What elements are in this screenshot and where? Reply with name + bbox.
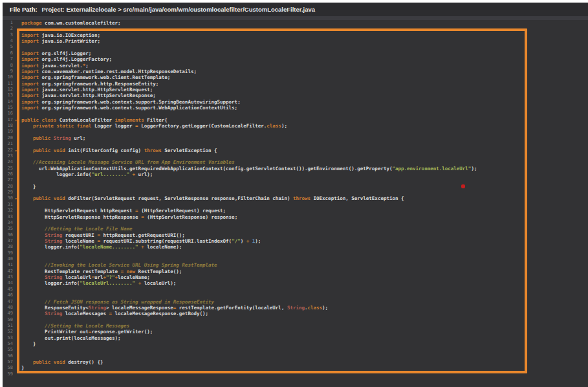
code-line[interactable]: 5 [3, 44, 588, 50]
code-text: url=WebApplicationContextUtils.getRequir… [19, 166, 477, 171]
fold-arrow-icon[interactable]: ▾ [13, 117, 19, 123]
line-number: 59 [3, 371, 13, 377]
code-line[interactable]: 57 public void destroy() {} [3, 359, 588, 365]
code-text: package com.wm.customlocalefilter; [19, 20, 121, 26]
code-text: logger.info("localeName........" + local… [19, 244, 182, 250]
line-number: 41 [3, 262, 13, 268]
code-text: HttpServletResponse httpResponse = (Http… [19, 214, 237, 220]
code-line[interactable]: 38 logger.info("localeName........" + lo… [3, 244, 588, 250]
code-text: import java.io.IOException; [19, 32, 100, 38]
code-line[interactable]: 43 String localeUrl=url+"?"+localeName; [3, 274, 588, 280]
code-line[interactable]: 11import org.springframework.http.Respon… [3, 81, 588, 87]
file-path-label: File Path: [10, 6, 38, 13]
code-line[interactable]: 39 [3, 250, 588, 256]
code-line[interactable]: 8import javax.servlet.*; [3, 63, 588, 69]
code-line[interactable]: 25 url=WebApplicationContextUtils.getReq… [3, 166, 588, 171]
fold-arrow-icon[interactable]: ▾ [13, 195, 19, 201]
code-line[interactable]: 23 [3, 153, 588, 159]
code-line[interactable]: 48 ResponseEntity<String> localeMessageR… [3, 305, 588, 311]
code-line[interactable]: 13import javax.servlet.http.HttpServletR… [3, 93, 588, 98]
code-line[interactable]: 29 [3, 190, 588, 195]
line-number: 24 [3, 159, 13, 165]
code-line[interactable]: 26 logger.info("url........" + url); [3, 171, 588, 177]
line-number: 25 [3, 166, 13, 171]
line-number: 50 [3, 317, 13, 323]
code-line[interactable]: 35 //Getting the Locale File Name [3, 226, 588, 232]
code-line[interactable]: 10import org.springframework.web.client.… [3, 74, 588, 80]
code-text: ResponseEntity<String> localeMessageResp… [19, 305, 328, 311]
code-line[interactable]: 50 [3, 317, 588, 323]
code-line[interactable]: 36 String requestURI = httpRequest.getRe… [3, 232, 588, 238]
line-number: 20 [3, 135, 13, 141]
code-line[interactable]: 15import org.springframework.web.context… [3, 105, 588, 111]
line-number: 35 [3, 226, 13, 232]
code-text: import java.io.PrintWriter; [19, 38, 100, 44]
code-editor[interactable]: 1package com.wm.customlocalefilter;23imp… [3, 20, 588, 387]
code-line[interactable]: 32 HttpServletRequest httpRequest = (Htt… [3, 208, 588, 214]
code-line[interactable]: 47 // Fetch JSON response as String wrap… [3, 299, 588, 305]
line-number: 38 [3, 244, 13, 250]
line-number: 26 [3, 171, 13, 177]
code-line[interactable]: 37 String localeName = requestURI.substr… [3, 238, 588, 244]
code-line[interactable]: 22▾ public void init(FilterConfig config… [3, 148, 588, 153]
code-line[interactable]: 51 //Setting the Locale Messages [3, 323, 588, 329]
code-line[interactable]: 30▾ public void doFilter(ServletRequest … [3, 195, 588, 201]
code-line[interactable]: 3import java.io.IOException; [3, 32, 588, 38]
line-number: 18 [3, 123, 13, 129]
line-number: 47 [3, 299, 13, 305]
code-line[interactable]: 4import java.io.PrintWriter; [3, 38, 588, 44]
code-line[interactable]: 27 [3, 177, 588, 183]
code-line[interactable]: 2 [3, 26, 588, 32]
code-line[interactable]: 21 [3, 141, 588, 147]
line-number: 42 [3, 269, 13, 274]
code-line[interactable]: 24 //Accessing Locale Message Service UR… [3, 159, 588, 165]
code-line[interactable]: 42 RestTemplate restTemplate = new RestT… [3, 269, 588, 274]
code-line[interactable]: 20 public String url; [3, 135, 588, 141]
line-number: 22 [3, 148, 13, 153]
line-number: 17 [3, 117, 13, 123]
code-line[interactable]: 18 private static final Logger logger = … [3, 123, 588, 129]
breadcrumb: Project: Externalizelocale > src/main/ja… [40, 6, 315, 13]
code-line[interactable]: 44 logger.info("localeUrl........" + loc… [3, 280, 588, 286]
code-text: import javax.servlet.http.HttpServletRes… [19, 93, 156, 98]
code-line[interactable]: 41 //Invoking the Locale Service URL Usi… [3, 262, 588, 268]
code-text: public void destroy() {} [19, 359, 103, 365]
line-number: 39 [3, 250, 13, 256]
code-line[interactable]: 7import org.slf4j.LoggerFactory; [3, 56, 588, 62]
code-line[interactable]: 58} [3, 365, 588, 371]
code-line[interactable]: 40 [3, 256, 588, 262]
code-line[interactable]: 59 [3, 371, 588, 377]
code-line[interactable]: 34 [3, 220, 588, 226]
line-number: 40 [3, 256, 13, 262]
code-line[interactable]: 46 [3, 293, 588, 298]
line-number: 12 [3, 87, 13, 93]
code-line[interactable]: 6import org.slf4j.Logger; [3, 50, 588, 56]
code-line[interactable]: 12import javax.servlet.http.HttpServletR… [3, 87, 588, 93]
line-number: 30 [3, 195, 13, 201]
code-text: String localeName = requestURI.substring… [19, 238, 261, 244]
app-frame: File Path: Project: Externalizelocale > … [3, 3, 588, 387]
code-line[interactable]: 53 out.print(localeMessages); [3, 335, 588, 341]
line-number: 44 [3, 280, 13, 286]
line-number: 54 [3, 341, 13, 347]
line-number: 14 [3, 99, 13, 105]
code-text: String localeUrl=url+"?"+localeName; [19, 274, 150, 280]
code-line[interactable]: 19 [3, 129, 588, 135]
code-line[interactable]: 28 } [3, 184, 588, 190]
code-line[interactable]: 17▾public class CustomLocaleFilter imple… [3, 117, 588, 123]
code-line[interactable]: 45 [3, 287, 588, 293]
code-line[interactable]: 49 String localeMessages = localeMessage… [3, 311, 588, 316]
code-text: RestTemplate restTemplate = new RestTemp… [19, 269, 182, 274]
code-line[interactable]: 56 [3, 353, 588, 359]
code-line[interactable]: 33 HttpServletResponse httpResponse = (H… [3, 214, 588, 220]
code-text: String localeMessages = localeMessageRes… [19, 311, 208, 316]
code-line[interactable]: 54 } [3, 341, 588, 347]
code-line[interactable]: 16 [3, 111, 588, 116]
code-line[interactable]: 55 [3, 347, 588, 353]
code-line[interactable]: 14import org.springframework.web.context… [3, 99, 588, 105]
fold-arrow-icon[interactable]: ▾ [13, 148, 19, 153]
code-line[interactable]: 1package com.wm.customlocalefilter; [3, 20, 588, 26]
code-line[interactable]: 52 PrintWriter out=response.getWriter(); [3, 329, 588, 335]
code-line[interactable]: 9import com.wavemaker.runtime.rest.model… [3, 69, 588, 74]
code-line[interactable]: 31 [3, 202, 588, 208]
